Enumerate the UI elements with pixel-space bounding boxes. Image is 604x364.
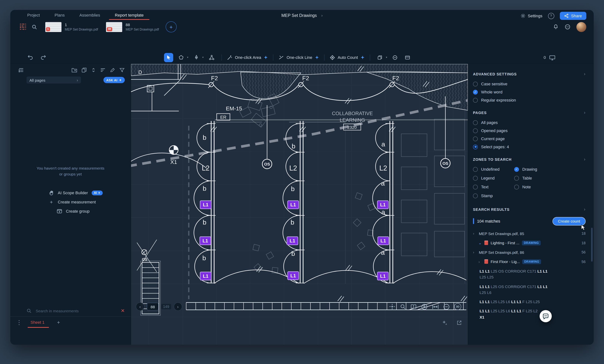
- zoom-in-icon[interactable]: [421, 303, 428, 310]
- zone-stamp[interactable]: ✓ Stamp: [473, 191, 514, 200]
- match-text-line[interactable]: L1 L1 L25 L25 L6 L1 L1 F L25 L25: [479, 299, 553, 305]
- clear-search-icon[interactable]: ✕: [121, 308, 125, 314]
- add-page-button[interactable]: +: [166, 21, 177, 32]
- duplicate-icon[interactable]: [81, 67, 87, 73]
- option-whole-word[interactable]: ✓ Whole word: [473, 88, 586, 96]
- filter-icon[interactable]: [119, 67, 125, 73]
- zone-table[interactable]: ✓ Table: [514, 174, 555, 182]
- chevron-right-icon[interactable]: ›: [473, 250, 476, 254]
- tab-assemblies[interactable]: Assemblies: [79, 12, 101, 20]
- chevron-down-icon[interactable]: ▾: [187, 56, 188, 59]
- page-thumb-1[interactable]: 1 1 MEP Set Drawings.pdf: [45, 22, 98, 32]
- pages-header[interactable]: PAGES›: [473, 110, 586, 115]
- settings-button[interactable]: Settings: [520, 13, 542, 18]
- new-folder-icon[interactable]: [71, 67, 77, 73]
- avatar[interactable]: [576, 22, 586, 32]
- svg-text:a: a: [381, 249, 385, 256]
- one-click-line-tool[interactable]: One-click Line: [278, 55, 319, 60]
- page-thumb-88[interactable]: 88 88 MEP Set Drawings.pdf: [106, 22, 159, 32]
- option-case-sensitive[interactable]: ✓ Case sensitive: [473, 80, 586, 88]
- zone-text[interactable]: ✓ Text: [473, 182, 514, 191]
- result-file-row[interactable]: › MEP Set Drawings.pdf, 85 18: [473, 229, 586, 238]
- rename-icon[interactable]: [110, 67, 115, 73]
- panel-scrollbar[interactable]: [591, 228, 592, 262]
- tab-plans[interactable]: Plans: [54, 12, 65, 20]
- zones-header[interactable]: ZONES TO SEARCH›: [473, 157, 586, 162]
- share-button[interactable]: Share: [560, 12, 586, 20]
- create-measurement-button[interactable]: + Create measurement: [49, 197, 131, 206]
- chevron-down-icon[interactable]: ▾: [386, 56, 387, 59]
- add-sheet-button[interactable]: +: [57, 319, 60, 325]
- next-page-button[interactable]: ›: [174, 302, 182, 311]
- chevron-right-icon[interactable]: ›: [321, 13, 323, 18]
- help-button[interactable]: ?: [548, 13, 554, 19]
- hide-annotations-button[interactable]: [390, 53, 400, 62]
- result-file-row[interactable]: › MEP Set Drawings.pdf, 86 56: [473, 248, 586, 257]
- chevron-right-icon[interactable]: ›: [473, 231, 476, 236]
- option-all-pages[interactable]: ✓ All pages: [473, 119, 586, 127]
- annotations-stack-button[interactable]: [375, 53, 384, 62]
- expand-collapse-icon[interactable]: [91, 67, 96, 73]
- svg-text:L2: L2: [202, 164, 209, 172]
- create-count-button[interactable]: Create count: [553, 217, 586, 225]
- three-d-button[interactable]: 3D: [454, 303, 461, 310]
- magic-sparkle-icon[interactable]: [442, 320, 448, 326]
- prev-page-button[interactable]: ‹: [136, 302, 144, 311]
- zone-undefined[interactable]: ✓ Undefined: [473, 165, 514, 174]
- fit-width-icon[interactable]: [432, 304, 439, 310]
- checkbox-checked-icon: ✓: [514, 167, 519, 172]
- option-current-page[interactable]: ✓ Current page: [473, 135, 586, 143]
- tab-project[interactable]: Project: [26, 12, 41, 20]
- chevron-down-icon[interactable]: ▾: [202, 56, 203, 59]
- option-select-pages[interactable]: Select pages: 4: [473, 143, 586, 151]
- book-icon[interactable]: [410, 304, 417, 309]
- support-chat-button[interactable]: [540, 310, 552, 322]
- svg-text:a: a: [381, 208, 385, 216]
- undo-button[interactable]: [27, 54, 34, 60]
- measurements-sidebar: All pages › ASK AI You haven't created a…: [10, 64, 131, 345]
- kebab-menu-icon[interactable]: ⋮: [16, 319, 23, 326]
- bell-icon[interactable]: [553, 24, 559, 30]
- chevron-down-icon[interactable]: ⌄: [478, 241, 482, 245]
- select-tool-button[interactable]: [164, 53, 173, 62]
- polygon-tool-button[interactable]: [176, 53, 186, 62]
- option-regular-expression[interactable]: ✓ Regular expression: [473, 96, 586, 104]
- zone-drawing[interactable]: ✓ Drawing: [514, 165, 555, 174]
- sort-icon[interactable]: [100, 67, 106, 73]
- search-pages-icon[interactable]: [32, 24, 37, 30]
- apps-grid-icon[interactable]: [20, 24, 26, 30]
- chevron-right-icon[interactable]: ›: [478, 260, 482, 264]
- drawing-canvas[interactable]: F2 F2 F2 EM-15 ER COLLABORATIVE LEARNING…: [131, 64, 468, 345]
- match-text-line[interactable]: L1 L1 L25 OS CORRIDOR C171 L1 L1 L25 L6: [479, 283, 553, 295]
- auto-count-tool[interactable]: Auto Count: [330, 55, 365, 60]
- one-click-area-tool[interactable]: One-click Area: [227, 55, 268, 60]
- ai-scope-builder-button[interactable]: AI Scope Builder AI: [49, 188, 131, 197]
- ask-ai-button[interactable]: ASK AI: [103, 77, 125, 83]
- advanced-settings-header[interactable]: ADVANCED SETTINGS›: [473, 71, 586, 76]
- pen-tool-button[interactable]: [192, 53, 201, 62]
- result-page-row[interactable]: › First Floor - Lig... DRAWING 56: [473, 257, 586, 266]
- current-page-input[interactable]: 88: [147, 303, 159, 310]
- frames-button[interactable]: [403, 53, 412, 62]
- header: Project Plans Assemblies Report template…: [10, 10, 594, 20]
- tab-report-template[interactable]: Report template: [114, 12, 144, 20]
- chat-icon[interactable]: [565, 24, 570, 30]
- zoom-out-icon[interactable]: [443, 303, 450, 310]
- zone-legend[interactable]: ✓ Legend: [473, 174, 514, 182]
- tree-view-icon[interactable]: [18, 67, 24, 73]
- monitor-icon[interactable]: [549, 55, 555, 60]
- open-external-icon[interactable]: [456, 320, 462, 326]
- crosshair-icon[interactable]: [389, 303, 395, 310]
- option-opened-pages[interactable]: ✓ Opened pages: [473, 127, 586, 135]
- pages-filter-dropdown[interactable]: All pages ›: [26, 76, 81, 84]
- tab-sheet-1[interactable]: Sheet 1: [29, 317, 50, 328]
- search-results-header[interactable]: SEARCH RESULTS›: [473, 207, 586, 212]
- zoom-area-icon[interactable]: [400, 303, 406, 310]
- result-page-row[interactable]: ⌄ Lighting - First ... DRAWING 18: [473, 238, 586, 248]
- zone-note[interactable]: ✓ Note: [514, 182, 555, 191]
- match-text-line[interactable]: L1 L1 L25 OS CORRIDOR C171 L1 L1 L25 L25: [479, 268, 553, 280]
- redo-button[interactable]: [40, 54, 46, 60]
- search-input[interactable]: [35, 308, 117, 313]
- create-group-button[interactable]: Create group: [57, 206, 131, 216]
- node-tool-button[interactable]: [207, 53, 216, 62]
